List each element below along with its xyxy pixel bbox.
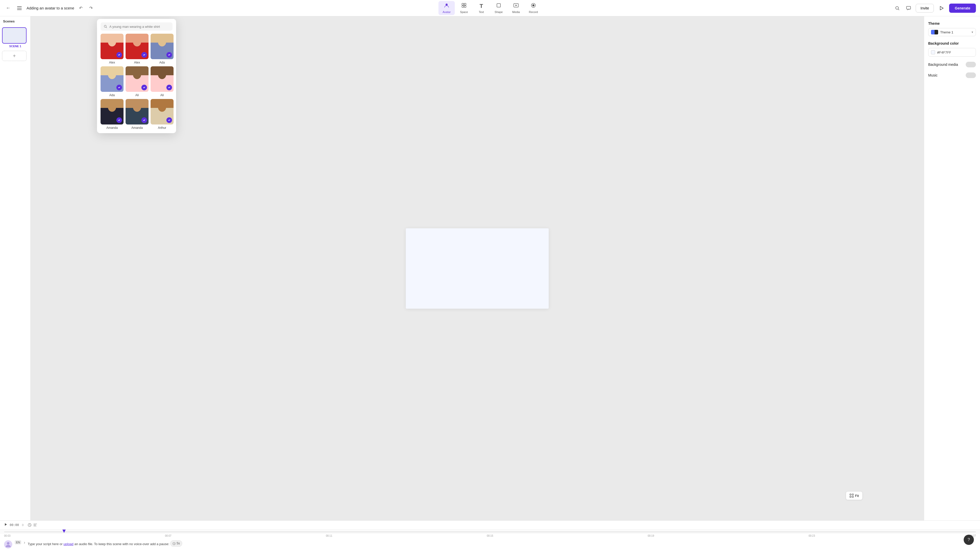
nav-shape-button[interactable]: Shape bbox=[490, 1, 507, 15]
avatar-panel: Alex Alex Ada Ada Ali bbox=[97, 19, 176, 133]
avatar-item-alex-2[interactable]: Alex bbox=[126, 34, 148, 64]
music-toggle[interactable] bbox=[966, 73, 976, 78]
avatar-item-ada-1[interactable]: Ada bbox=[151, 34, 173, 64]
avatar-search-input[interactable] bbox=[110, 25, 169, 29]
timestamp-00:11: 00:11 bbox=[326, 534, 332, 537]
avatar-badge-amanda-2 bbox=[142, 118, 147, 123]
theme-select[interactable]: Theme 1 ▾ bbox=[928, 28, 976, 36]
avatar-image-ali-2 bbox=[151, 66, 173, 92]
upload-link[interactable]: upload bbox=[64, 542, 73, 546]
svg-point-25 bbox=[158, 103, 166, 112]
nav-avatar-button[interactable]: Avatar bbox=[438, 1, 455, 15]
avatar-item-amanda-2[interactable]: Amanda bbox=[126, 99, 148, 130]
chevron-down-icon: ▾ bbox=[972, 30, 973, 34]
avatar-item-ali-1[interactable]: Ali bbox=[126, 66, 148, 97]
svg-point-13 bbox=[896, 6, 898, 9]
nav-text-button[interactable]: T Text bbox=[473, 1, 490, 15]
theme-preview-swatch bbox=[931, 30, 938, 35]
clock-icon bbox=[27, 523, 32, 527]
fit-button[interactable]: Fit bbox=[846, 491, 862, 500]
theme-name: Theme 1 bbox=[940, 30, 972, 34]
add-scene-button[interactable]: + bbox=[2, 51, 27, 61]
scenes-label: Scenes bbox=[2, 19, 28, 25]
svg-rect-0 bbox=[17, 6, 22, 7]
avatar-badge-ada-2 bbox=[116, 85, 122, 90]
menu-button[interactable] bbox=[15, 4, 24, 12]
invite-button[interactable]: Invite bbox=[916, 4, 934, 13]
timeline-track bbox=[4, 531, 976, 532]
avatar-image-alex-2 bbox=[126, 34, 148, 59]
redo-button[interactable]: ↷ bbox=[88, 5, 95, 12]
nav-record-button[interactable]: Record bbox=[525, 1, 542, 15]
avatar-name-ada-2: Ada bbox=[109, 94, 115, 97]
main-layout: Scenes SCENE 1 + Alex bbox=[0, 16, 980, 520]
timeline-playhead bbox=[62, 530, 66, 533]
avatar-badge-ada-1 bbox=[166, 52, 172, 58]
fit-icon bbox=[850, 494, 854, 498]
theme-section: Theme Theme 1 ▾ bbox=[928, 21, 976, 36]
pause-badge[interactable]: 5s bbox=[170, 540, 182, 547]
avatar-name-alex-2: Alex bbox=[134, 61, 140, 64]
search-icon bbox=[103, 24, 107, 29]
avatar-name-amanda-2: Amanda bbox=[131, 126, 143, 130]
undo-button[interactable]: ↶ bbox=[77, 5, 84, 12]
svg-point-18 bbox=[133, 37, 141, 46]
chat-button[interactable] bbox=[904, 4, 913, 12]
nav-space-button[interactable]: Space bbox=[456, 1, 472, 15]
svg-rect-29 bbox=[852, 496, 853, 497]
avatar-grid: Alex Alex Ada Ada Ali bbox=[100, 34, 172, 130]
color-value: #F4F7FF bbox=[937, 51, 951, 54]
music-toggle-row: Music bbox=[928, 73, 976, 78]
generate-button[interactable]: Generate bbox=[949, 3, 976, 13]
svg-rect-28 bbox=[850, 496, 851, 497]
scene-1-label: SCENE 1 bbox=[2, 44, 28, 48]
avatar-name-amanda-1: Amanda bbox=[107, 126, 118, 130]
script-avatar bbox=[4, 540, 12, 548]
script-expand-arrow[interactable]: › bbox=[24, 540, 25, 545]
script-text[interactable]: Type your script here or upload an audio… bbox=[28, 540, 976, 547]
preview-play-button[interactable] bbox=[937, 3, 946, 13]
timestamp-00:15: 00:15 bbox=[487, 534, 493, 537]
svg-rect-4 bbox=[462, 3, 464, 5]
avatar-badge-alex-2 bbox=[142, 52, 147, 58]
theme-section-title: Theme bbox=[928, 21, 976, 25]
help-button[interactable]: ? bbox=[964, 535, 974, 545]
avatar-search-container bbox=[100, 22, 172, 30]
avatar-name-ada-1: Ada bbox=[159, 61, 165, 64]
clock-small-icon bbox=[172, 542, 176, 545]
bg-media-toggle[interactable] bbox=[966, 62, 976, 67]
timestamp-00:23: 00:23 bbox=[808, 534, 815, 537]
avatar-badge-arthur bbox=[166, 118, 172, 123]
text-track-icon bbox=[33, 523, 37, 527]
bg-media-toggle-row: Background media bbox=[928, 62, 976, 67]
avatar-image-ada-2 bbox=[100, 66, 124, 92]
avatar-image-alex-1 bbox=[100, 34, 124, 59]
canvas-area: Alex Alex Ada Ada Ali bbox=[30, 16, 924, 520]
avatar-item-arthur[interactable]: Arthur bbox=[151, 99, 173, 130]
bg-color-section: Background color #F4F7FF bbox=[928, 41, 976, 57]
avatar-item-amanda-1[interactable]: Amanda bbox=[100, 99, 124, 130]
svg-rect-14 bbox=[907, 6, 911, 9]
avatar-image-ali-1 bbox=[126, 66, 148, 92]
timeline-marker-pos: 0 bbox=[22, 524, 24, 527]
back-button[interactable]: ← bbox=[4, 4, 12, 12]
svg-point-23 bbox=[108, 103, 116, 112]
right-panel: Theme Theme 1 ▾ Background color #F4F7FF… bbox=[924, 16, 980, 520]
script-prefix: Type your script here or bbox=[28, 542, 64, 546]
avatar-item-ada-2[interactable]: Ada bbox=[100, 66, 124, 97]
svg-marker-15 bbox=[940, 6, 943, 10]
script-suffix: an audio file. To keep this scene with n… bbox=[73, 542, 169, 546]
avatar-item-ali-2[interactable]: Ali bbox=[151, 66, 173, 97]
search-button[interactable] bbox=[893, 4, 901, 12]
avatar-badge-amanda-1 bbox=[116, 118, 122, 123]
timeline-bar bbox=[0, 530, 980, 534]
nav-media-button[interactable]: Media bbox=[508, 1, 524, 15]
timeline-play-button[interactable] bbox=[4, 523, 8, 527]
svg-point-24 bbox=[133, 103, 141, 112]
scene-1-thumbnail[interactable] bbox=[2, 27, 27, 44]
avatar-item-alex-1[interactable]: Alex bbox=[100, 34, 124, 64]
media-icon bbox=[513, 3, 519, 10]
topbar-center: Avatar Space T Text Shape bbox=[438, 1, 542, 15]
bg-media-label: Background media bbox=[928, 62, 958, 67]
bg-color-swatch[interactable]: #F4F7FF bbox=[928, 48, 976, 57]
